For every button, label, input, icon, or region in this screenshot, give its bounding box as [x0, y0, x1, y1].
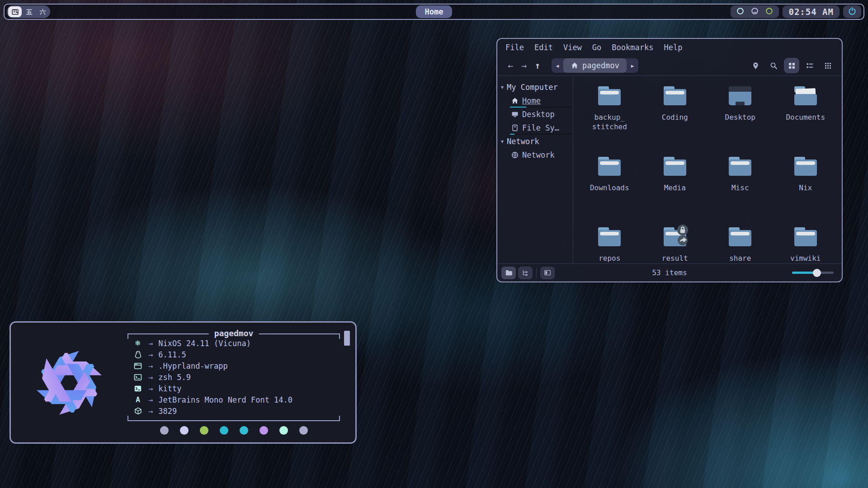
sidebar-item-label: Desktop	[522, 110, 555, 119]
folder-repos[interactable]: repos	[577, 224, 642, 263]
sidebar-section-network[interactable]: ▾Network	[497, 135, 573, 148]
back-button[interactable]: ←	[504, 60, 517, 71]
fetch-row: →kitty	[132, 383, 338, 394]
nixos-logo	[11, 323, 127, 442]
system-tray[interactable]	[731, 5, 779, 18]
fetch-value: NixOS 24.11 (Vicuna)	[158, 339, 251, 348]
fetch-row: →.Hyprland-wrapp	[132, 360, 338, 371]
sidebar-item-filesy[interactable]: File Sy…	[497, 121, 573, 135]
file-manager-content: ▾My ComputerHomeDesktopFile Sy…▾NetworkN…	[497, 75, 842, 263]
active-window-title[interactable]: Home	[416, 5, 453, 18]
icon-zoom-slider[interactable]	[792, 268, 834, 277]
window-icon	[132, 362, 144, 370]
statusbar-buttons	[501, 267, 557, 279]
package-icon	[132, 407, 144, 415]
terminal-window[interactable]: pagedmov ❄→NixOS 24.11 (Vicuna)→6.11.5→.…	[9, 321, 357, 444]
grid-view-icon[interactable]	[784, 58, 799, 73]
home-icon	[511, 97, 519, 104]
folder-documents-icon	[791, 83, 820, 110]
top-status-bar: Home 02:54 AM	[4, 4, 864, 20]
sidebar-item-label: Home	[522, 96, 541, 105]
fetch-value: JetBrains Mono Nerd Font 14.0	[158, 395, 292, 404]
folder-downloads[interactable]: Downloads	[577, 154, 642, 224]
folder-coding[interactable]: Coding	[642, 83, 708, 154]
folder-share[interactable]: share	[708, 224, 773, 263]
menu-help[interactable]: Help	[664, 43, 682, 52]
arrow-glyph: →	[148, 350, 153, 359]
folder-label: repos	[599, 253, 620, 263]
separator	[536, 267, 537, 278]
arrow-glyph: →	[148, 395, 153, 404]
fetch-row: →3829	[132, 405, 338, 417]
desktop-folder-icon	[726, 83, 755, 110]
menu-file[interactable]: File	[505, 43, 524, 52]
circle-outline-green-icon[interactable]	[765, 7, 773, 17]
sidebar-item-label: File Sy…	[522, 123, 559, 132]
folder-icon	[595, 154, 624, 181]
sidebar-section-my-computer[interactable]: ▾My Computer	[497, 80, 573, 94]
file-manager-toolbar: ← → ↑ ◂ pagedmov ▸	[497, 56, 842, 75]
sidebar-item-desktop[interactable]: Desktop	[497, 108, 573, 121]
menu-go[interactable]: Go	[592, 43, 601, 52]
folder-label: share	[729, 253, 751, 263]
up-button[interactable]: ↑	[531, 60, 544, 71]
search-icon[interactable]	[766, 58, 781, 73]
arrow-glyph: →	[148, 407, 153, 416]
power-button[interactable]	[843, 5, 861, 18]
fetch-row: ❄→NixOS 24.11 (Vicuna)	[132, 338, 338, 349]
folder-icon	[726, 224, 755, 251]
folder-label: vimwiki	[790, 253, 821, 263]
path-segment-pagedmov[interactable]: pagedmov	[563, 58, 627, 73]
forward-button[interactable]: →	[517, 60, 531, 71]
folder-backup_stitched[interactable]: backup_stitched	[577, 83, 642, 154]
folder-desktop[interactable]: Desktop	[708, 83, 773, 154]
folder-misc[interactable]: Misc	[708, 154, 773, 224]
terminal-filled-icon	[132, 385, 144, 392]
sidebar-item-label: Network	[522, 150, 555, 160]
folder-pane-button[interactable]	[501, 267, 516, 279]
folder-result[interactable]: result	[642, 224, 708, 263]
circle-outline-cyan-icon[interactable]	[736, 7, 744, 17]
folder-nix[interactable]: Nix	[773, 154, 839, 224]
folder-icon	[660, 83, 689, 110]
tree-pane-button[interactable]	[518, 267, 533, 279]
workspace-button[interactable]	[23, 7, 35, 17]
workspace-button[interactable]	[36, 7, 49, 17]
palette-dot	[200, 426, 208, 435]
menu-bookmarks[interactable]: Bookmarks	[612, 43, 653, 52]
palette-dot	[259, 426, 268, 435]
tux-icon	[132, 351, 144, 359]
workspace-switcher[interactable]	[7, 5, 50, 18]
toolbar-view-controls	[748, 58, 835, 73]
sidebar-item-network[interactable]: Network	[497, 148, 573, 162]
folder-label: Desktop	[725, 113, 755, 122]
location-pin-icon[interactable]	[748, 58, 763, 73]
workspace-button[interactable]	[8, 6, 22, 17]
app-grid-icon[interactable]	[820, 58, 835, 73]
folder-media[interactable]: Media	[642, 154, 708, 224]
palette-dot	[160, 426, 169, 435]
menu-view[interactable]: View	[563, 43, 582, 52]
file-manager-menubar: FileEditViewGoBookmarksHelp	[497, 39, 842, 56]
circle-half-lavender-icon[interactable]	[751, 7, 759, 17]
collapse-arrow-icon[interactable]: ▾	[501, 138, 504, 145]
globe-icon	[511, 151, 519, 159]
fetch-row: →zsh 5.9	[132, 371, 338, 383]
palette-dot	[299, 426, 308, 435]
folder-icon	[595, 83, 624, 110]
folder-vimwiki[interactable]: vimwiki	[773, 224, 839, 263]
slider-track[interactable]	[792, 272, 834, 274]
home-icon	[571, 62, 578, 69]
side-pane-button[interactable]	[540, 267, 555, 279]
menu-edit[interactable]: Edit	[534, 43, 553, 52]
fetch-row: →6.11.5	[132, 349, 338, 360]
list-view-icon[interactable]	[802, 58, 817, 73]
path-scroll-right-icon[interactable]: ▸	[627, 62, 638, 69]
path-scroll-left-icon[interactable]: ◂	[552, 62, 563, 69]
terminal-color-palette	[127, 426, 340, 435]
sidebar-item-home[interactable]: Home	[497, 94, 573, 108]
folder-icon	[791, 224, 820, 251]
slider-knob[interactable]	[813, 269, 821, 277]
collapse-arrow-icon[interactable]: ▾	[501, 84, 504, 90]
folder-documents[interactable]: Documents	[773, 83, 839, 154]
